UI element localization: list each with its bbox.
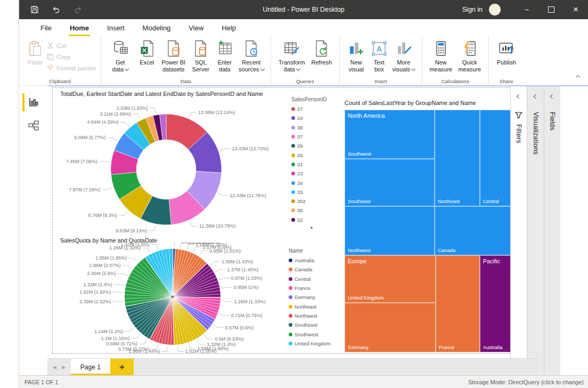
legend-item[interactable]: 22 xyxy=(291,215,345,224)
legend-item[interactable]: 37 xyxy=(291,132,345,141)
recent-sources-button[interactable]: Recent sources xyxy=(236,39,266,73)
legend-item[interactable]: 26 xyxy=(291,150,345,159)
new-measure-button[interactable]: New measure xyxy=(427,39,455,73)
model-view-button[interactable] xyxy=(19,114,47,138)
tab-help[interactable]: Help xyxy=(214,21,243,35)
power-bi-datasets-label-1: Power BI xyxy=(161,59,185,66)
visualizations-panel-label: Visualizations xyxy=(532,112,540,155)
legend-label: 31 xyxy=(297,161,303,167)
avatar[interactable] xyxy=(489,4,501,15)
add-page-button[interactable]: + xyxy=(110,359,134,376)
legend-item[interactable]: France xyxy=(289,284,342,293)
legend-item[interactable]: 302 xyxy=(291,197,345,206)
legend-item[interactable]: Central xyxy=(289,274,342,284)
legend-item[interactable]: United Kingdom xyxy=(289,339,342,348)
chevron-left-icon[interactable] xyxy=(517,94,521,99)
refresh-button[interactable]: Refresh xyxy=(308,39,335,66)
page-tab[interactable]: Page 1 xyxy=(71,359,110,376)
publish-button[interactable]: Publish xyxy=(493,39,520,66)
undo-icon[interactable] xyxy=(52,5,61,14)
report-view-button[interactable] xyxy=(19,91,47,114)
treemap-cell-northwest[interactable]: Northwest xyxy=(345,206,435,255)
close-button[interactable]: × xyxy=(564,0,588,19)
minimize-button[interactable]: − xyxy=(514,0,539,19)
legend-item[interactable]: 27 xyxy=(291,104,345,114)
enter-data-button[interactable]: Enter data xyxy=(213,39,236,73)
legend-item[interactable]: 24 xyxy=(291,114,345,123)
label-leader-line xyxy=(205,335,213,339)
previous-page-icon[interactable]: ◀ xyxy=(53,365,56,370)
tab-insert[interactable]: Insert xyxy=(100,21,132,35)
group-data: Get data Excel Power BI datasets xyxy=(101,36,271,85)
treemap-cell-france[interactable]: France xyxy=(436,255,480,352)
legend-item[interactable]: Germany xyxy=(289,293,342,302)
cut-button[interactable]: Cut xyxy=(47,41,96,51)
data-label: 1.33M (1.4%) xyxy=(84,282,112,287)
save-icon[interactable] xyxy=(30,5,39,14)
legend-label: United Kingdom xyxy=(295,341,331,346)
data-label: 1.82M (1.92%) xyxy=(79,289,111,295)
transform-data-label-1: Transform xyxy=(279,59,305,66)
legend-item[interactable]: 34 xyxy=(291,178,345,187)
report-page[interactable]: TotalDue, Earliest StartDate and Latest … xyxy=(52,87,529,354)
label-leader-line xyxy=(133,114,141,119)
legend-item[interactable]: Canada xyxy=(289,265,342,274)
transform-data-button[interactable]: Transform data xyxy=(275,39,308,73)
treemap-cell-northeast[interactable]: Northeast xyxy=(435,110,480,206)
next-page-icon[interactable]: ▶ xyxy=(62,365,66,370)
legend-item[interactable]: Southwest xyxy=(289,329,342,338)
tab-file[interactable]: File xyxy=(33,21,59,35)
report-canvas: TotalDue, Earliest StartDate and Latest … xyxy=(47,86,538,358)
excel-button[interactable]: Excel xyxy=(135,39,159,66)
collapse-ribbon-button[interactable] xyxy=(576,71,579,81)
legend-dot xyxy=(291,181,295,185)
label-leader-line xyxy=(222,301,233,302)
data-label: 11.38M (10.79%) xyxy=(199,223,235,229)
label-leader-line xyxy=(174,242,179,247)
chevron-down-icon xyxy=(125,67,129,71)
legend-item[interactable]: Northeast xyxy=(289,302,342,311)
tab-home[interactable]: Home xyxy=(62,21,96,35)
text-box-button[interactable]: A Text box xyxy=(369,39,390,73)
get-data-button[interactable]: Get data xyxy=(105,39,135,73)
more-visuals-button[interactable]: More visuals xyxy=(390,39,418,73)
legend-item[interactable]: Australia xyxy=(289,256,342,265)
legend-item[interactable]: 35 xyxy=(291,206,345,215)
sign-in-button[interactable]: Sign in xyxy=(462,6,483,13)
legend-item[interactable]: Northwest xyxy=(289,311,342,320)
legend-scroll-down-icon[interactable]: ▾ xyxy=(311,225,345,230)
legend-item[interactable]: 23 xyxy=(291,169,345,178)
visualizations-panel-collapsed[interactable]: Visualizations xyxy=(527,86,544,376)
tab-view[interactable]: View xyxy=(181,21,211,35)
tab-modeling[interactable]: Modeling xyxy=(135,21,178,35)
sql-server-button[interactable]: SQL Server xyxy=(189,39,213,73)
group-queries: Transform data Refresh Queries xyxy=(271,36,340,85)
legend-label: 38 xyxy=(297,125,303,131)
new-visual-button[interactable]: New visual xyxy=(344,39,369,73)
legend-item[interactable]: Southeast xyxy=(289,320,342,329)
legend-item[interactable]: 38 xyxy=(291,123,345,132)
filters-panel-collapsed[interactable]: Filters xyxy=(510,86,527,376)
copy-button[interactable]: Copy xyxy=(47,52,96,62)
paste-button[interactable]: Paste xyxy=(23,39,47,66)
data-label: 7.97M (7.59%) xyxy=(69,187,100,192)
storage-mode-status[interactable]: Storage Mode: DirectQuery (click to chan… xyxy=(468,379,588,385)
sql-server-icon xyxy=(193,39,208,58)
legend-item[interactable]: 33 xyxy=(291,188,345,197)
chevron-left-icon[interactable] xyxy=(533,94,537,99)
quick-measure-button[interactable]: Quick measure xyxy=(455,39,484,73)
label-leader-line xyxy=(150,108,156,114)
format-painter-button[interactable]: Format painter xyxy=(47,63,96,73)
maximize-button[interactable] xyxy=(539,0,564,19)
fields-panel-collapsed[interactable]: Fields xyxy=(544,86,560,376)
treemap-cell-germany[interactable]: Germany xyxy=(345,303,436,352)
treemap-cell-southwest[interactable]: North AmericaSouthwest xyxy=(345,110,435,159)
chevron-left-icon[interactable] xyxy=(550,94,554,99)
legend-item[interactable]: 29 xyxy=(291,141,345,150)
treemap-cell-southeast[interactable]: Southeast xyxy=(345,159,435,206)
redo-icon[interactable] xyxy=(74,5,83,14)
power-bi-datasets-button[interactable]: Power BI datasets xyxy=(159,39,189,73)
legend-item[interactable]: 31 xyxy=(291,160,345,169)
treemap-cell-united-kingdom[interactable]: EuropeUnited Kingdom xyxy=(345,255,436,303)
refresh-label: Refresh xyxy=(312,59,332,66)
